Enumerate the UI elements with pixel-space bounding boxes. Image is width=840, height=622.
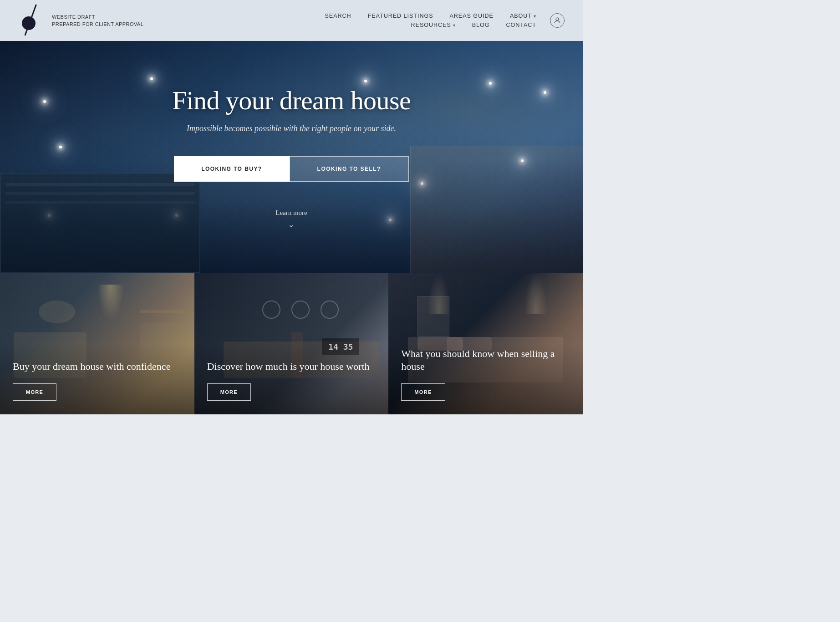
card-2-content: Discover how much is your house worth MO… <box>194 273 389 414</box>
about-chevron-icon: ▾ <box>534 14 536 19</box>
logo-text: WEBSITE DRAFT PREPARED FOR CLIENT APPROV… <box>52 13 143 28</box>
hero-title: Find your dream house <box>172 85 411 116</box>
hero-buttons: LOOKING TO BUY? LOOKING TO SELL? <box>174 156 409 182</box>
resources-chevron-icon: ▾ <box>453 23 456 28</box>
card-1-content: Buy your dream house with confidence MOR… <box>0 273 194 414</box>
buy-button[interactable]: LOOKING TO BUY? <box>174 156 289 182</box>
card-2-more-button[interactable]: MORE <box>207 383 251 401</box>
nav-search[interactable]: SEARCH <box>325 13 351 19</box>
nav-resources[interactable]: RESOURCES ▾ <box>411 22 456 28</box>
sell-button[interactable]: LOOKING TO SELL? <box>290 156 409 182</box>
logo-area: WEBSITE DRAFT PREPARED FOR CLIENT APPROV… <box>18 5 143 36</box>
nav-row-top: SEARCH FEATURED LISTINGS AREAS GUIDE ABO… <box>325 13 536 19</box>
hero-section: Find your dream house Impossible becomes… <box>0 41 583 273</box>
learn-more-link[interactable]: Learn more ⌄ <box>275 209 307 229</box>
card-3-content: What you should know when selling a hous… <box>388 273 583 414</box>
card-2-title: Discover how much is your house worth <box>207 360 376 373</box>
card-3-more-button[interactable]: MORE <box>401 383 445 401</box>
svg-point-0 <box>556 18 559 20</box>
logo-circle <box>22 16 36 30</box>
nav-contact[interactable]: CONTACT <box>506 22 537 28</box>
cards-section: Buy your dream house with confidence MOR… <box>0 273 583 414</box>
learn-more-chevron-icon: ⌄ <box>288 219 295 229</box>
card-worth[interactable]: 14 35 Discover how much is your house wo… <box>194 273 389 414</box>
nav-blog[interactable]: BLOG <box>472 22 490 28</box>
nav-featured-listings[interactable]: FEATURED LISTINGS <box>368 13 433 19</box>
hero-content: Find your dream house Impossible becomes… <box>0 41 583 273</box>
card-1-more-button[interactable]: MORE <box>13 383 56 401</box>
card-1-title: Buy your dream house with confidence <box>13 360 182 373</box>
nav-main: SEARCH FEATURED LISTINGS AREAS GUIDE ABO… <box>325 13 536 28</box>
logo-icon <box>18 5 46 36</box>
card-sell[interactable]: What you should know when selling a hous… <box>388 273 583 414</box>
user-account-icon[interactable] <box>550 13 565 28</box>
card-3-title: What you should know when selling a hous… <box>401 347 570 373</box>
card-buy[interactable]: Buy your dream house with confidence MOR… <box>0 273 194 414</box>
nav-about[interactable]: ABOUT ▾ <box>510 13 536 19</box>
header: WEBSITE DRAFT PREPARED FOR CLIENT APPROV… <box>0 0 583 41</box>
nav-areas-guide[interactable]: AREAS GUIDE <box>450 13 494 19</box>
nav-row-bottom: RESOURCES ▾ BLOG CONTACT <box>411 22 536 28</box>
hero-subtitle: Impossible becomes possible with the rig… <box>187 124 396 133</box>
